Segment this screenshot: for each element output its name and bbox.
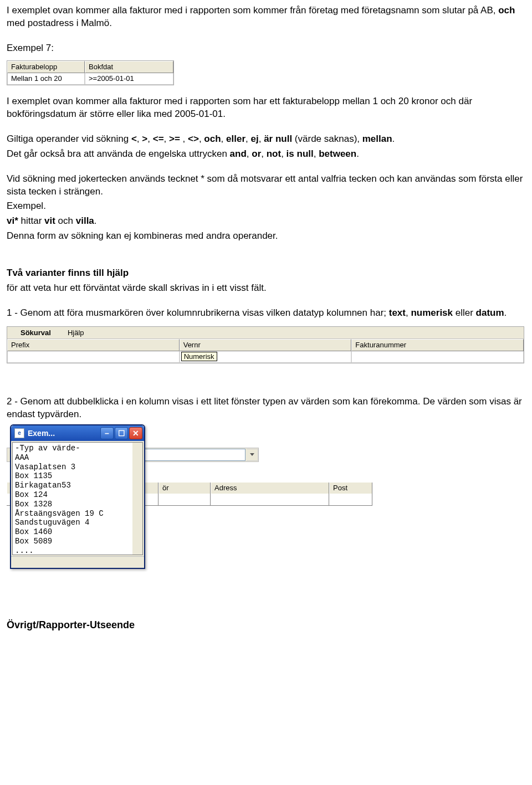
paragraph-example7-explain: I exemplet ovan kommer alla fakturor med… (7, 95, 525, 121)
text: med postadress i Malmö. (7, 18, 112, 28)
example-values-popup: e Exem... – ☐ ✕ -Typ av värde- AAA Vasap… (10, 424, 145, 569)
chevron-down-icon (135, 548, 140, 551)
bg-col-adress: Adress (211, 483, 329, 494)
menu-hjalp[interactable]: Hjälp (68, 329, 84, 337)
bg-col-or: ör (158, 483, 211, 494)
scroll-up-button[interactable] (132, 443, 142, 453)
bg-col-post: Post (329, 483, 372, 494)
cell-vernr[interactable]: Numerisk (180, 351, 352, 363)
cell-fakturabelopp: Mellan 1 och 20 (7, 73, 85, 85)
paragraph-intro: I exemplet ovan kommer alla fakturor med… (7, 4, 525, 30)
text-bold: och (498, 5, 515, 16)
paragraph-english-operands: Det går också bra att använda de engelsk… (7, 148, 525, 161)
popup-statusbar (11, 556, 144, 568)
list-item[interactable]: AAA (15, 453, 132, 463)
cell-bokfdat: >=2005-01-01 (85, 73, 173, 85)
help-variant-1: 1 - Genom att föra musmarkören över kolu… (7, 307, 525, 320)
minimize-button[interactable]: – (100, 427, 114, 439)
paragraph-wildcard-ex: vi* hittar vit och villa. (7, 215, 525, 228)
chevron-up-icon (135, 446, 140, 449)
ie-icon: e (14, 428, 24, 438)
popup-area: : ör Adress Post e Exem... – ☐ ✕ -Typ av… (7, 424, 372, 574)
help-variant-2: 2 - Genom att dubbelklicka i en kolumn v… (7, 396, 525, 421)
menubar: Sökurval Hjälp (7, 327, 524, 339)
list-item[interactable]: Årstaängsvägen 19 C (15, 509, 132, 519)
list-item[interactable]: Box 5089 (15, 537, 132, 546)
list-item[interactable]: Box 1460 (15, 527, 132, 537)
paragraph-wildcard-note: Denna form av sökning kan ej kombineras … (7, 230, 525, 243)
chevron-down-icon (250, 453, 254, 456)
list-item[interactable]: -Typ av värde- (15, 444, 132, 453)
paragraph-operands: Giltiga operander vid sökning <, >, <=, … (7, 133, 525, 146)
scroll-down-button[interactable] (132, 545, 142, 555)
tooltip-datatype: Numerisk (181, 352, 217, 361)
popup-titlebar[interactable]: e Exem... – ☐ ✕ (11, 425, 144, 441)
list-item[interactable]: Box 124 (15, 490, 132, 500)
example7-label: Exempel 7: (7, 42, 525, 55)
col-header-bokfdat: Bokfdat (85, 61, 173, 73)
col-header-fakturabelopp: Fakturabelopp (7, 61, 85, 73)
section-heading-ovrigt: Övrigt/Rapporter-Utseende (7, 618, 525, 632)
list-item[interactable]: Box 1135 (15, 471, 132, 481)
address-dropdown-button[interactable] (247, 449, 258, 461)
popup-listbox[interactable]: -Typ av värde- AAA Vasaplatsen 3 Box 113… (13, 443, 142, 555)
list-item[interactable]: Box 1328 (15, 500, 132, 509)
cell-prefix[interactable] (7, 351, 180, 363)
text: I exemplet ovan kommer alla fakturor med… (7, 5, 498, 16)
example7-grid: Fakturabelopp Bokfdat Mellan 1 och 20 >=… (7, 60, 174, 85)
sokurval-grid: Sökurval Hjälp Prefix Vernr Fakturanumme… (7, 326, 524, 363)
popup-title-text: Exem... (28, 429, 55, 438)
paragraph-wildcard-ex-label: Exempel. (7, 200, 525, 213)
list-item[interactable]: Sandstuguvägen 4 (15, 518, 132, 527)
col-header-fakturanummer: Fakturanummer (351, 339, 524, 351)
list-item[interactable]: .... (15, 546, 132, 555)
list-item[interactable]: Birkagatan53 (15, 481, 132, 490)
help-title: Två varianter finns till hjälp (7, 267, 525, 280)
cell-fakturanummer[interactable] (351, 351, 524, 363)
col-header-vernr: Vernr (180, 339, 352, 351)
close-button[interactable]: ✕ (129, 427, 142, 439)
paragraph-wildcard: Vid sökning med jokertecken används teck… (7, 173, 525, 198)
col-header-prefix: Prefix (7, 339, 180, 351)
list-item[interactable]: Vasaplatsen 3 (15, 463, 132, 472)
menu-sokurval[interactable]: Sökurval (21, 329, 51, 337)
maximize-button[interactable]: ☐ (115, 427, 128, 439)
help-subtitle: för att veta hur ett förväntat värde ska… (7, 282, 525, 295)
